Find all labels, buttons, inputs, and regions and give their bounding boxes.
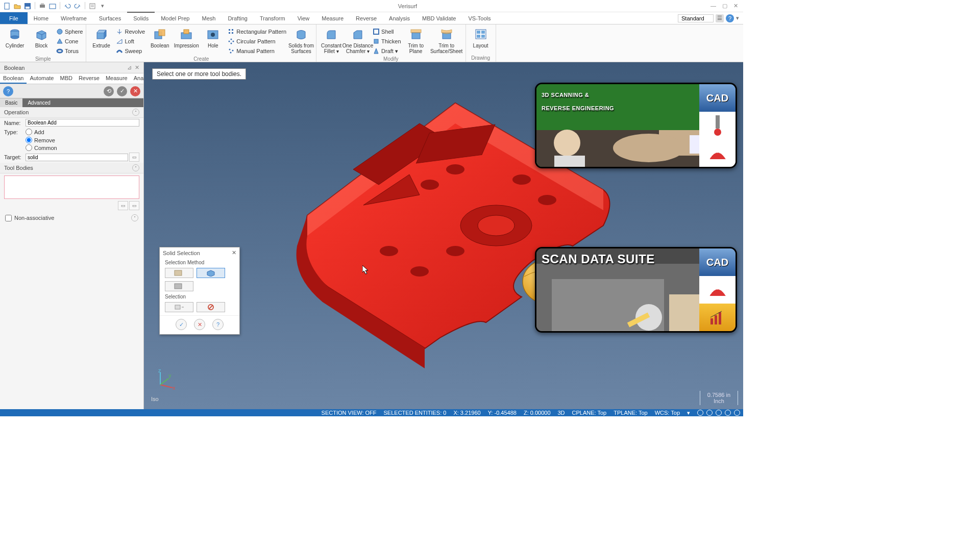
status-wcs-dropdown-icon[interactable]: ▾ (687, 410, 690, 416)
status-icon-2[interactable] (706, 410, 713, 416)
type-radio-common[interactable] (26, 144, 32, 151)
type-radio-remove[interactable] (26, 137, 32, 143)
status-icon-3[interactable] (716, 410, 722, 416)
cylinder-button[interactable]: Cylinder (3, 26, 27, 48)
sel-method-edge-button[interactable] (165, 281, 193, 291)
shell-button[interactable]: Shell (373, 27, 401, 36)
panel-tab-measure[interactable]: Measure (103, 73, 131, 84)
overlay-thumb-scan-data-suite[interactable]: SCAN DATA SUITE CAD (535, 247, 737, 333)
dialog-cancel-button[interactable]: ✕ (194, 319, 205, 330)
hole-button[interactable]: Hole (201, 26, 225, 48)
print-icon[interactable] (38, 2, 46, 10)
status-mode[interactable]: 3D (558, 410, 565, 416)
minimize-button[interactable]: — (710, 3, 716, 9)
panel-tab-automate[interactable]: Automate (27, 73, 57, 84)
tool-body-pick-button[interactable]: ▭ (129, 201, 139, 210)
qat-dropdown-icon[interactable]: ▾ (99, 2, 107, 10)
selection-clear-button[interactable] (197, 302, 225, 312)
tab-reverse[interactable]: Reverse (350, 12, 383, 24)
options-icon[interactable] (88, 2, 96, 10)
dialog-ok-button[interactable]: ✓ (176, 319, 187, 330)
ribbon-dropdown-icon[interactable]: ▾ (736, 15, 739, 21)
tool-bodies-heading[interactable]: Tool Bodies˄ (0, 163, 143, 173)
rect-pattern-button[interactable]: Rectangular Pattern (228, 27, 286, 36)
circ-pattern-button[interactable]: Circular Pattern (228, 37, 286, 46)
trim-to-surface-button[interactable]: Trim to Surface/Sheet (431, 26, 462, 54)
status-icon-4[interactable] (725, 410, 731, 416)
status-icon-1[interactable] (697, 410, 703, 416)
tab-view[interactable]: View (291, 12, 316, 24)
viewport-3d[interactable]: Select one or more tool bodies. (144, 62, 743, 409)
layout-button[interactable]: Layout (469, 26, 493, 48)
tool-body-select-button[interactable]: ▭ (118, 201, 128, 210)
target-pick-button[interactable]: ▭ (129, 153, 139, 162)
one-distance-chamfer-button[interactable]: One Distance Chamfer ▾ (346, 26, 370, 54)
tab-mesh[interactable]: Mesh (195, 12, 222, 24)
ribbon-help1-icon[interactable]: ☰ (716, 14, 724, 22)
screenshot-icon[interactable] (48, 2, 57, 10)
panel-tab-mbd[interactable]: MBD (57, 73, 75, 84)
tab-wireframe[interactable]: Wireframe (55, 12, 93, 24)
panel-close-icon[interactable]: ✕ (135, 64, 139, 71)
status-icon-5[interactable] (734, 410, 740, 416)
revolve-button[interactable]: Revolve (116, 27, 145, 36)
tab-vs-tools[interactable]: VS-Tools (462, 12, 497, 24)
tab-file[interactable]: File (0, 12, 28, 24)
overlay-thumb-3d-scanning[interactable]: 3D SCANNING & REVERSE ENGINEERING CAD (535, 83, 737, 168)
tab-surfaces[interactable]: Surfaces (93, 12, 127, 24)
draft-button[interactable]: Draft ▾ (373, 46, 401, 56)
sweep-button[interactable]: Sweep (116, 46, 145, 56)
maximize-button[interactable]: ▢ (722, 3, 727, 9)
close-button[interactable]: ✕ (733, 3, 738, 9)
sphere-button[interactable]: Sphere (56, 27, 83, 36)
manual-pattern-button[interactable]: Manual Pattern (228, 46, 286, 56)
panel-cancel-button[interactable]: ✕ (130, 86, 140, 96)
chevron-down-icon[interactable]: ˅ (131, 214, 138, 221)
tab-model-prep[interactable]: Model Prep (155, 12, 195, 24)
tab-mbd-validate[interactable]: MBD Validate (416, 12, 462, 24)
operation-heading[interactable]: Operation˄ (0, 107, 143, 118)
tab-transform[interactable]: Transform (254, 12, 291, 24)
block-button[interactable]: Block (30, 26, 53, 48)
status-section-view[interactable]: SECTION VIEW: OFF (322, 410, 377, 416)
name-input[interactable] (26, 119, 139, 127)
panel-tab-boolean[interactable]: Boolean (0, 73, 27, 84)
cone-button[interactable]: Cone (56, 37, 83, 46)
trim-to-plane-button[interactable]: Trim to Plane (404, 26, 428, 54)
nonassoc-checkbox[interactable] (5, 215, 12, 221)
new-icon[interactable] (3, 2, 11, 10)
loft-button[interactable]: Loft (116, 37, 145, 46)
tab-home[interactable]: Home (28, 12, 55, 24)
panel-back-button[interactable]: ⟲ (104, 86, 114, 96)
sel-method-body-button[interactable] (197, 268, 225, 278)
constant-fillet-button[interactable]: Constant Fillet ▾ (320, 26, 343, 54)
tool-bodies-list[interactable] (4, 176, 139, 199)
status-tplane[interactable]: TPLANE: Top (614, 410, 647, 416)
ribbon-help2-icon[interactable]: ? (726, 14, 734, 22)
panel-tab-reverse[interactable]: Reverse (76, 73, 103, 84)
torus-button[interactable]: Torus (56, 46, 83, 56)
type-radio-add[interactable] (26, 129, 32, 135)
target-input[interactable] (26, 154, 128, 161)
undo-icon[interactable] (63, 2, 71, 10)
subtab-basic[interactable]: Basic (0, 98, 22, 107)
status-wcs[interactable]: WCS: Top (655, 410, 680, 416)
thicken-button[interactable]: Thicken (373, 37, 401, 46)
standard-combo[interactable]: Standard (678, 14, 714, 22)
extrude-button[interactable]: Extrude (89, 26, 113, 48)
tab-drafting[interactable]: Drafting (222, 12, 254, 24)
panel-pin-icon[interactable]: ⊿ (127, 64, 132, 71)
dialog-help-button[interactable]: ? (212, 319, 224, 330)
impression-button[interactable]: Impression (175, 26, 198, 48)
open-icon[interactable] (13, 2, 21, 10)
panel-ok-button[interactable]: ✓ (117, 86, 127, 96)
redo-icon[interactable] (74, 2, 82, 10)
boolean-button[interactable]: Boolean (148, 26, 172, 48)
selection-last-button[interactable] (165, 302, 193, 312)
save-icon[interactable] (23, 2, 32, 10)
tab-measure[interactable]: Measure (315, 12, 350, 24)
tab-analysis[interactable]: Analysis (383, 12, 416, 24)
solids-from-surfaces-button[interactable]: Solids from Surfaces (289, 26, 313, 54)
panel-help-button[interactable]: ? (3, 86, 13, 96)
status-cplane[interactable]: CPLANE: Top (572, 410, 607, 416)
